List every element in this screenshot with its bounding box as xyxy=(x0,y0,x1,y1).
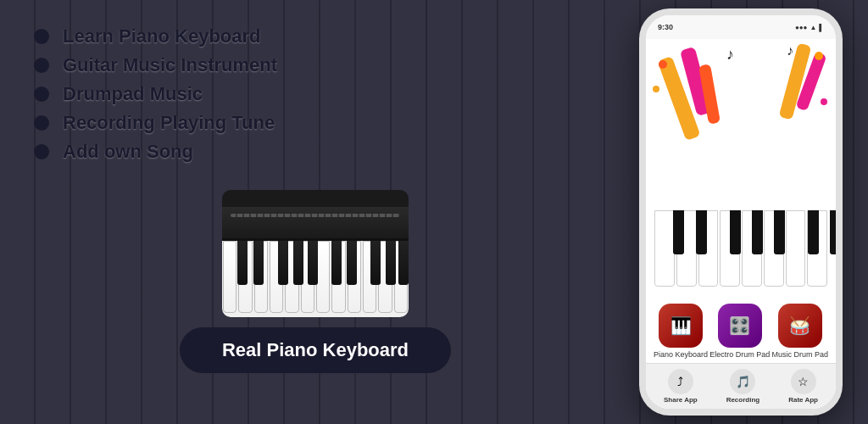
piano-image xyxy=(222,190,409,317)
signal-icon: ●●● xyxy=(795,24,808,31)
bullet-dot xyxy=(34,115,49,131)
phone-frame: 9:30 ●●● ▲ ▌ xyxy=(639,8,843,416)
phone-keys-container xyxy=(654,210,827,287)
right-panel: 9:30 ●●● ▲ ▌ xyxy=(631,0,868,424)
black-key xyxy=(278,241,288,285)
status-icons: ●●● ▲ ▌ xyxy=(795,24,824,31)
share-app-button[interactable]: ⤴ Share App xyxy=(664,369,698,404)
feature-label-1: Learn Piano Keyboard xyxy=(63,25,261,47)
recording-icon: 🎵 xyxy=(730,369,755,394)
phone-piano-visual: ♪ ♪ ♫ xyxy=(646,39,836,295)
phone-bottom-bar: ⤴ Share App 🎵 Recording ☆ Rate App xyxy=(646,363,836,409)
music-note-icon: ♪ xyxy=(787,43,793,59)
black-key xyxy=(386,241,396,285)
phone-screen: ♪ ♪ ♫ xyxy=(646,39,836,409)
piano-keys-wrap xyxy=(222,241,409,317)
black-key xyxy=(293,241,303,285)
electro-drum-emoji: 🎛️ xyxy=(729,315,750,336)
wifi-icon: ▲ xyxy=(810,24,816,31)
ph-black-key[interactable] xyxy=(774,210,785,254)
app-icon-piano-img: 🎹 xyxy=(659,304,703,348)
black-key xyxy=(237,241,248,285)
phone-time: 9:30 xyxy=(658,23,673,31)
dot-deco xyxy=(659,60,667,69)
feature-label-5: Add own Song xyxy=(63,141,193,163)
feature-label-3: Drumpad Music xyxy=(63,83,203,105)
feature-label-4: Recording Playing Tune xyxy=(63,112,275,134)
music-drum-emoji: 🥁 xyxy=(789,315,810,336)
black-key xyxy=(398,241,409,285)
dot-deco xyxy=(821,98,827,105)
feature-item-2: Guitar Music Instrument xyxy=(34,54,597,76)
rate-app-label: Rate App xyxy=(788,396,818,404)
black-key xyxy=(370,241,381,285)
piano-label-text: Real Piano Keyboard xyxy=(222,339,409,360)
star-icon: ☆ xyxy=(791,369,816,394)
feature-item-1: Learn Piano Keyboard xyxy=(34,25,597,47)
black-key xyxy=(253,241,264,285)
black-key xyxy=(347,241,357,285)
phone-status-bar: 9:30 ●●● ▲ ▌ xyxy=(646,15,836,39)
app-icon-electro-drum[interactable]: 🎛️ Electro Drum Pad xyxy=(709,304,770,360)
app-icon-piano-label: Piano Keyboard xyxy=(654,350,708,360)
dot-deco xyxy=(815,52,823,60)
app-icon-music-drum[interactable]: 🥁 Music Drum Pad xyxy=(771,304,828,360)
black-key-row xyxy=(222,241,409,287)
recording-label: Recording xyxy=(726,396,760,404)
feature-item-4: Recording Playing Tune xyxy=(34,112,597,134)
app-icon-music-label: Music Drum Pad xyxy=(771,350,828,360)
feature-item-3: Drumpad Music xyxy=(34,83,597,105)
bullet-dot xyxy=(34,86,49,102)
piano-image-area: Real Piano Keyboard xyxy=(34,190,597,373)
ph-black-key[interactable] xyxy=(752,210,763,254)
black-key xyxy=(331,241,342,285)
music-note-icon: ♪ xyxy=(726,46,734,64)
share-icon: ⤴ xyxy=(668,369,693,394)
ph-black-key[interactable] xyxy=(673,210,684,254)
piano-label-button[interactable]: Real Piano Keyboard xyxy=(180,327,451,373)
app-icon-music-img: 🥁 xyxy=(778,304,822,348)
ph-black-key[interactable] xyxy=(696,210,707,254)
left-panel: Learn Piano Keyboard Guitar Music Instru… xyxy=(0,0,631,424)
recording-button[interactable]: 🎵 Recording xyxy=(726,369,760,404)
feature-list: Learn Piano Keyboard Guitar Music Instru… xyxy=(34,25,597,170)
piano-keyboard-emoji: 🎹 xyxy=(670,315,692,336)
bullet-dot xyxy=(34,29,49,44)
battery-icon: ▌ xyxy=(819,24,824,31)
synth-body xyxy=(222,207,409,241)
app-icon-electro-label: Electro Drum Pad xyxy=(709,350,770,360)
app-icon-piano-keyboard[interactable]: 🎹 Piano Keyboard xyxy=(654,304,708,360)
phone-app-grid: 🎹 Piano Keyboard 🎛️ Electro Drum Pad 🥁 xyxy=(646,295,836,363)
share-app-label: Share App xyxy=(664,396,698,404)
black-key xyxy=(308,241,318,285)
ph-black-key[interactable] xyxy=(808,210,819,254)
rate-app-button[interactable]: ☆ Rate App xyxy=(788,369,818,404)
ph-black-keys xyxy=(654,210,827,257)
app-icon-electro-img: 🎛️ xyxy=(718,304,762,348)
ph-black-key[interactable] xyxy=(830,210,836,254)
feature-item-5: Add own Song xyxy=(34,141,597,163)
dot-deco xyxy=(653,86,659,92)
feature-label-2: Guitar Music Instrument xyxy=(63,54,277,76)
bullet-dot xyxy=(34,144,49,159)
bullet-dot xyxy=(34,58,49,73)
ph-black-key[interactable] xyxy=(730,210,741,254)
